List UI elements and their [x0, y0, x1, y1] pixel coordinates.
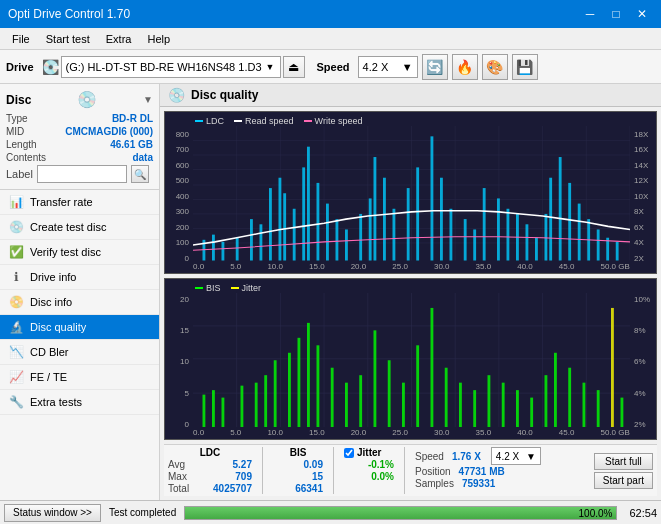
minimize-button[interactable]: ─ [579, 5, 601, 23]
speed-select[interactable]: 4.2 X ▼ [358, 56, 418, 78]
avg-label: Avg [168, 459, 198, 470]
sidebar-label-create-test-disc: Create test disc [30, 221, 106, 233]
sidebar-item-verify-test-disc[interactable]: ✅ Verify test disc [0, 240, 159, 265]
status-window-button[interactable]: Status window >> [4, 504, 101, 522]
chart1-x-labels: 0.0 5.0 10.0 15.0 20.0 25.0 30.0 35.0 40… [193, 262, 630, 271]
menu-start-test[interactable]: Start test [38, 31, 98, 47]
close-button[interactable]: ✕ [631, 5, 653, 23]
save-button[interactable]: 💾 [512, 54, 538, 80]
start-full-button[interactable]: Start full [594, 453, 653, 470]
bis-max-row: 15 [273, 471, 323, 482]
bis-total-value: 66341 [273, 483, 323, 494]
jitter-max-row: 0.0% [344, 471, 394, 482]
sidebar-label-drive-info: Drive info [30, 271, 76, 283]
ldc-stats: LDC Avg 5.27 Max 709 Total 4025707 [168, 447, 252, 494]
speed-select-arrow: ▼ [526, 451, 536, 462]
bis-total-row: 66341 [273, 483, 323, 494]
ldc-chart: LDC Read speed Write speed 800 700 600 [164, 111, 657, 274]
sidebar-item-disc-info[interactable]: 📀 Disc info [0, 290, 159, 315]
menu-file[interactable]: File [4, 31, 38, 47]
sidebar-label-verify-test-disc: Verify test disc [30, 246, 101, 258]
jitter-avg-value: -0.1% [344, 459, 394, 470]
drive-dropdown-arrow: ▼ [266, 62, 275, 72]
svg-rect-27 [293, 209, 296, 261]
svg-rect-20 [222, 242, 225, 261]
sidebar-item-cd-bler[interactable]: 📉 CD Bler [0, 340, 159, 365]
total-label: Total [168, 483, 198, 494]
jitter-avg-row: -0.1% [344, 459, 394, 470]
label-row: Label 🔍 [6, 165, 153, 183]
svg-rect-46 [483, 188, 486, 260]
status-text: Test completed [109, 507, 176, 518]
settings-button[interactable]: 🎨 [482, 54, 508, 80]
menu-help[interactable]: Help [139, 31, 178, 47]
jitter-checkbox[interactable] [344, 448, 354, 458]
sidebar-label-disc-info: Disc info [30, 296, 72, 308]
svg-rect-33 [345, 229, 348, 260]
svg-rect-82 [307, 322, 310, 427]
label-search-button[interactable]: 🔍 [131, 165, 149, 183]
svg-rect-73 [203, 394, 206, 427]
sidebar-label-transfer-rate: Transfer rate [30, 196, 93, 208]
speed-value: 4.2 X [363, 61, 389, 73]
contents-label: Contents [6, 152, 46, 163]
jitter-header-row: Jitter [344, 447, 394, 458]
label-field-label: Label [6, 168, 33, 180]
speed-stat-value: 1.76 X [452, 451, 481, 462]
bis-stats: BIS 0.09 15 66341 [273, 447, 323, 494]
svg-rect-90 [416, 345, 419, 427]
sidebar-item-fe-te[interactable]: 📈 FE / TE [0, 365, 159, 390]
progress-fill [185, 507, 616, 519]
burn-button[interactable]: 🔥 [452, 54, 478, 80]
svg-rect-19 [212, 235, 215, 261]
bis-chart: BIS Jitter 20 15 10 5 0 10% [164, 278, 657, 441]
label-input[interactable] [37, 165, 127, 183]
svg-rect-24 [269, 188, 272, 260]
svg-rect-92 [445, 367, 448, 427]
svg-rect-77 [255, 382, 258, 427]
svg-rect-76 [241, 385, 244, 427]
menu-extra[interactable]: Extra [98, 31, 140, 47]
sidebar-item-extra-tests[interactable]: 🔧 Extra tests [0, 390, 159, 415]
length-value: 46.61 GB [110, 139, 153, 150]
sidebar-item-drive-info[interactable]: ℹ Drive info [0, 265, 159, 290]
svg-rect-98 [530, 397, 533, 427]
sidebar-item-disc-quality[interactable]: 🔬 Disc quality [0, 315, 159, 340]
type-value: BD-R DL [112, 113, 153, 124]
svg-rect-56 [578, 204, 581, 261]
bis-avg-value: 0.09 [273, 459, 323, 470]
svg-rect-55 [568, 183, 571, 261]
svg-rect-100 [554, 352, 557, 427]
bis-header: BIS [273, 447, 323, 458]
svg-rect-51 [535, 238, 538, 261]
drive-select[interactable]: (G:) HL-DT-ST BD-RE WH16NS48 1.D3 ▼ [61, 56, 281, 78]
menu-bar: File Start test Extra Help [0, 28, 661, 50]
refresh-button[interactable]: 🔄 [422, 54, 448, 80]
sidebar-item-transfer-rate[interactable]: 📊 Transfer rate [0, 190, 159, 215]
svg-rect-32 [336, 219, 339, 260]
svg-rect-40 [416, 167, 419, 260]
svg-rect-87 [374, 330, 377, 427]
speed-stat-select[interactable]: 4.2 X ▼ [491, 447, 541, 465]
disc-title: Disc [6, 93, 31, 107]
type-label: Type [6, 113, 28, 124]
speed-pos-stats: Speed 1.76 X 4.2 X ▼ Position 47731 MB S… [415, 447, 586, 494]
charts-container: LDC Read speed Write speed 800 700 600 [160, 107, 661, 500]
eject-button[interactable]: ⏏ [283, 56, 305, 78]
app-title: Opti Drive Control 1.70 [8, 7, 130, 21]
toolbar: Drive 💽 (G:) HL-DT-ST BD-RE WH16NS48 1.D… [0, 50, 661, 84]
drive-info-icon: ℹ [8, 270, 24, 284]
start-part-button[interactable]: Start part [594, 472, 653, 489]
position-row: Position 47731 MB [415, 466, 586, 477]
jitter-max-value: 0.0% [344, 471, 394, 482]
chart1-legend: LDC Read speed Write speed [195, 116, 362, 126]
svg-rect-37 [383, 178, 386, 261]
sidebar-item-create-test-disc[interactable]: 💿 Create test disc [0, 215, 159, 240]
svg-rect-74 [212, 390, 215, 427]
svg-rect-53 [549, 178, 552, 261]
stats-divider-1 [262, 447, 263, 494]
window-controls: ─ □ ✕ [579, 5, 653, 23]
maximize-button[interactable]: □ [605, 5, 627, 23]
samples-value: 759331 [462, 478, 495, 489]
svg-rect-78 [264, 375, 267, 427]
